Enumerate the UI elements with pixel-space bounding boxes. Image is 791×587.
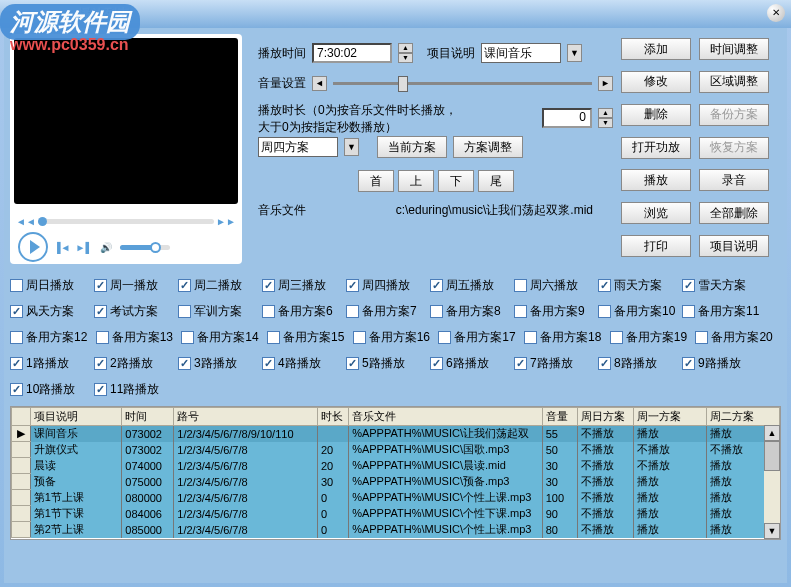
checkbox[interactable]	[438, 331, 451, 344]
checkbox[interactable]	[10, 331, 23, 344]
checkbox-item[interactable]: 11路播放	[94, 381, 178, 398]
table-header[interactable]: 时长	[317, 408, 348, 426]
restore-plan-button[interactable]: 恢复方案	[699, 137, 769, 159]
table-header[interactable]: 周一方案	[634, 408, 707, 426]
projdesc-dropdown-icon[interactable]: ▼	[567, 44, 582, 62]
table-header[interactable]: 时间	[122, 408, 174, 426]
open-amp-button[interactable]: 打开功放	[621, 137, 691, 159]
delete-all-button[interactable]: 全部删除	[699, 202, 769, 224]
table-header[interactable]: 音量	[542, 408, 577, 426]
checkbox[interactable]	[682, 279, 695, 292]
checkbox-item[interactable]: 备用方案11	[682, 303, 766, 320]
area-adjust-button[interactable]: 区域调整	[699, 71, 769, 93]
checkbox-item[interactable]: 7路播放	[514, 355, 598, 372]
table-row[interactable]: 第1节下课0840061/2/3/4/5/6/7/80%APPPATH%\MUS…	[12, 506, 780, 522]
next-button[interactable]: 下	[438, 170, 474, 192]
checkbox-item[interactable]: 10路播放	[10, 381, 94, 398]
checkbox[interactable]	[10, 357, 23, 370]
plan-dropdown-icon[interactable]: ▼	[344, 138, 359, 156]
table-header[interactable]	[12, 408, 31, 426]
checkbox[interactable]	[94, 305, 107, 318]
checkbox[interactable]	[430, 305, 443, 318]
checkbox-item[interactable]: 备用方案10	[598, 303, 682, 320]
table-header[interactable]: 周日方案	[578, 408, 634, 426]
checkbox-item[interactable]: 周二播放	[178, 277, 262, 294]
checkbox[interactable]	[353, 331, 366, 344]
time-down[interactable]: ▼	[398, 53, 413, 63]
checkbox[interactable]	[514, 357, 527, 370]
dur-up[interactable]: ▲	[598, 108, 613, 118]
checkbox[interactable]	[181, 331, 194, 344]
close-button[interactable]: ✕	[767, 4, 785, 22]
delete-button[interactable]: 删除	[621, 104, 691, 126]
checkbox[interactable]	[514, 279, 527, 292]
plan-select[interactable]: 周四方案	[258, 137, 338, 157]
last-button[interactable]: 尾	[478, 170, 514, 192]
scroll-down-icon[interactable]: ▼	[764, 523, 780, 539]
checkbox-item[interactable]: 6路播放	[430, 355, 514, 372]
time-up[interactable]: ▲	[398, 43, 413, 53]
checkbox-item[interactable]: 9路播放	[682, 355, 766, 372]
checkbox-item[interactable]: 周三播放	[262, 277, 346, 294]
checkbox-item[interactable]: 备用方案8	[430, 303, 514, 320]
checkbox-item[interactable]: 备用方案19	[610, 329, 696, 346]
checkbox-item[interactable]: 8路播放	[598, 355, 682, 372]
checkbox-item[interactable]: 周四播放	[346, 277, 430, 294]
dur-down[interactable]: ▼	[598, 118, 613, 128]
table-row[interactable]: 升旗仪式0730021/2/3/4/5/6/7/820%APPPATH%\MUS…	[12, 442, 780, 458]
checkbox-item[interactable]: 5路播放	[346, 355, 430, 372]
checkbox-item[interactable]: 备用方案15	[267, 329, 353, 346]
projdesc-select[interactable]: 课间音乐	[481, 43, 561, 63]
table-header[interactable]: 项目说明	[30, 408, 122, 426]
checkbox-item[interactable]: 备用方案17	[438, 329, 524, 346]
checkbox-item[interactable]: 周一播放	[94, 277, 178, 294]
print-button[interactable]: 打印	[621, 235, 691, 257]
schedule-table[interactable]: 项目说明时间路号时长音乐文件音量周日方案周一方案周二方案▶课间音乐0730021…	[10, 406, 781, 540]
checkbox-item[interactable]: 周六播放	[514, 277, 598, 294]
vol-left-icon[interactable]: ◄	[312, 76, 327, 91]
scroll-thumb[interactable]	[764, 441, 780, 471]
checkbox[interactable]	[94, 383, 107, 396]
checkbox-item[interactable]: 考试方案	[94, 303, 178, 320]
table-row[interactable]: 晨读0740001/2/3/4/5/6/7/820%APPPATH%\MUSIC…	[12, 458, 780, 474]
record-button[interactable]: 录音	[699, 169, 769, 191]
plan-adjust-button[interactable]: 方案调整	[453, 136, 523, 158]
checkbox-item[interactable]: 周日播放	[10, 277, 94, 294]
checkbox-item[interactable]: 1路播放	[10, 355, 94, 372]
checkbox[interactable]	[598, 279, 611, 292]
duration-input[interactable]: 0	[542, 108, 592, 128]
table-header[interactable]: 音乐文件	[349, 408, 543, 426]
backup-plan-button[interactable]: 备份方案	[699, 104, 769, 126]
table-row[interactable]: 第1节上课0800001/2/3/4/5/6/7/80%APPPATH%\MUS…	[12, 490, 780, 506]
checkbox[interactable]	[682, 305, 695, 318]
first-button[interactable]: 首	[358, 170, 394, 192]
table-row[interactable]: 第2节上课0850001/2/3/4/5/6/7/80%APPPATH%\MUS…	[12, 522, 780, 538]
checkbox-item[interactable]: 风天方案	[10, 303, 94, 320]
checkbox[interactable]	[178, 357, 191, 370]
checkbox[interactable]	[598, 305, 611, 318]
checkbox[interactable]	[96, 331, 109, 344]
checkbox[interactable]	[10, 305, 23, 318]
checkbox[interactable]	[430, 357, 443, 370]
table-row[interactable]: ▶课间音乐0730021/2/3/4/5/6/7/8/9/10/110%APPP…	[12, 426, 780, 442]
scroll-up-icon[interactable]: ▲	[764, 425, 780, 441]
volume-slider[interactable]	[120, 245, 170, 250]
checkbox[interactable]	[10, 279, 23, 292]
table-header[interactable]: 周二方案	[707, 408, 780, 426]
checkbox-item[interactable]: 雪天方案	[682, 277, 766, 294]
vol-right-icon[interactable]: ►	[598, 76, 613, 91]
checkbox-item[interactable]: 2路播放	[94, 355, 178, 372]
checkbox[interactable]	[10, 383, 23, 396]
browse-button[interactable]: 浏览	[621, 202, 691, 224]
checkbox[interactable]	[94, 279, 107, 292]
checkbox[interactable]	[94, 357, 107, 370]
checkbox[interactable]	[346, 357, 359, 370]
checkbox[interactable]	[262, 357, 275, 370]
forward-icon[interactable]: ►►	[218, 213, 234, 229]
checkbox-item[interactable]: 雨天方案	[598, 277, 682, 294]
proj-desc-button[interactable]: 项目说明	[699, 235, 769, 257]
add-button[interactable]: 添加	[621, 38, 691, 60]
time-adjust-button[interactable]: 时间调整	[699, 38, 769, 60]
volume-config-slider[interactable]	[333, 74, 592, 92]
checkbox[interactable]	[598, 357, 611, 370]
